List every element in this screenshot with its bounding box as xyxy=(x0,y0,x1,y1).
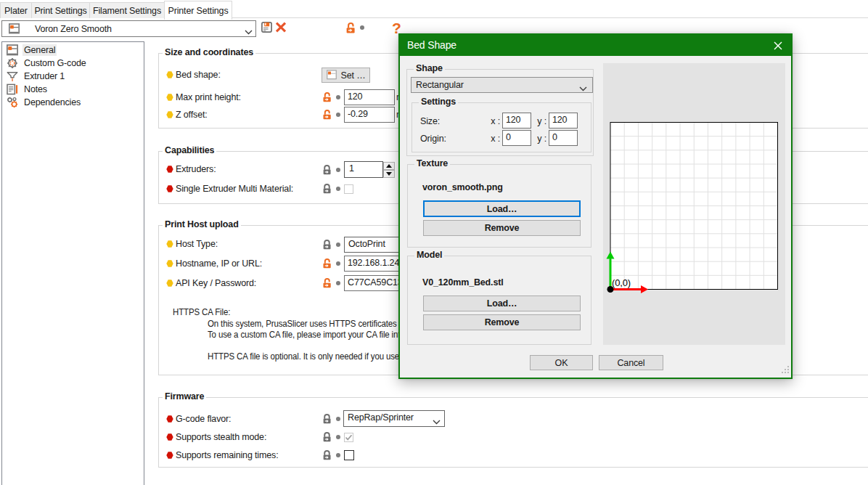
locked-icon[interactable] xyxy=(322,449,332,462)
save-preset-icon[interactable] xyxy=(261,22,272,35)
bed-shape-dialog: Bed Shape Shape Rectangular Settings Siz… xyxy=(398,33,793,379)
model-remove-button-label: Remove xyxy=(485,317,520,327)
bed-shape-set-button-label: Set … xyxy=(341,70,366,81)
cancel-button[interactable]: Cancel xyxy=(599,355,663,370)
group-model-title: Model xyxy=(414,250,444,260)
model-filename: V0_120mm_Bed.stl xyxy=(422,277,504,288)
texture-load-button[interactable]: Load… xyxy=(423,200,581,217)
extruders-label: Extruders: xyxy=(176,164,216,174)
supports-remaining-times-checkbox[interactable] xyxy=(344,450,354,460)
arrow-down-icon xyxy=(386,172,392,176)
tab-filament-settings[interactable]: Filament Settings xyxy=(89,2,165,18)
locked-icon[interactable] xyxy=(322,164,332,177)
tab-printer-settings-label: Printer Settings xyxy=(168,6,228,16)
unlocked-icon[interactable] xyxy=(322,277,332,290)
origin-y-value: 0 xyxy=(552,132,557,142)
tree-item-general[interactable]: General xyxy=(2,44,144,57)
tree-item-custom-gcode-label: Custom G-code xyxy=(22,57,88,69)
bed-preview-panel: (0,0) xyxy=(603,63,785,345)
size-y-value: 120 xyxy=(552,115,567,125)
size-y-input[interactable]: 120 xyxy=(549,113,578,129)
setting-dot xyxy=(336,187,340,191)
group-print-host-upload-title: Print Host upload xyxy=(163,219,241,229)
ok-button-label: OK xyxy=(555,358,568,368)
check-icon xyxy=(345,433,353,441)
setting-dot xyxy=(336,435,340,439)
group-shape-title: Shape xyxy=(414,63,445,73)
max-print-height-label: Max print height: xyxy=(176,92,241,102)
setting-dot xyxy=(336,281,340,285)
origin-y-input[interactable]: 0 xyxy=(549,130,578,146)
locked-icon[interactable] xyxy=(322,239,332,252)
shape-combobox[interactable]: Rectangular xyxy=(411,77,593,93)
size-x-input[interactable]: 120 xyxy=(502,113,531,129)
size-x-label: x : xyxy=(483,116,500,126)
tab-plater[interactable]: Plater xyxy=(0,2,32,18)
settings-category-tree: General Custom G-code xyxy=(1,41,144,485)
group-size-and-coordinates-title: Size and coordinates xyxy=(163,47,255,57)
z-offset-label: Z offset: xyxy=(176,110,208,120)
locked-icon[interactable] xyxy=(322,431,332,444)
setting-dot xyxy=(336,168,340,172)
tree-item-general-label: General xyxy=(22,44,57,56)
texture-load-button-label: Load… xyxy=(487,204,517,214)
extruders-input[interactable]: 1 xyxy=(344,161,383,178)
tab-printer-settings[interactable]: Printer Settings xyxy=(164,1,232,20)
gcode-flavor-combobox[interactable]: RepRap/Sprinter xyxy=(343,410,445,427)
z-offset-input[interactable]: -0.29 xyxy=(344,107,395,123)
setting-dot xyxy=(336,261,340,266)
resize-grip[interactable] xyxy=(781,365,790,376)
close-icon[interactable] xyxy=(771,38,785,53)
shape-value: Rectangular xyxy=(416,80,464,90)
model-load-button[interactable]: Load… xyxy=(423,296,581,311)
setting-dot xyxy=(336,242,340,247)
origin-x-label: x : xyxy=(483,134,500,144)
prusaslicer-window: Plater Print Settings Filament Settings … xyxy=(0,0,868,485)
bed-grid xyxy=(610,123,778,290)
z-offset-value: -0.29 xyxy=(348,109,368,119)
unlocked-icon[interactable] xyxy=(345,22,356,36)
unlocked-icon[interactable] xyxy=(322,91,332,105)
origin-label: Origin: xyxy=(420,134,446,144)
unlocked-icon[interactable] xyxy=(322,258,332,271)
unlocked-icon[interactable] xyxy=(322,109,332,122)
bed-shape-set-button[interactable]: Set … xyxy=(322,68,370,83)
tab-print-settings[interactable]: Print Settings xyxy=(31,2,90,18)
model-load-button-label: Load… xyxy=(487,298,517,309)
hostname-label: Hostname, IP or URL: xyxy=(176,258,262,269)
model-remove-button[interactable]: Remove xyxy=(423,314,581,330)
tab-filament-settings-label: Filament Settings xyxy=(93,6,161,16)
max-print-height-input[interactable]: 120 xyxy=(344,89,395,105)
supports-stealth-mode-checkbox[interactable] xyxy=(344,433,353,442)
delete-preset-icon[interactable] xyxy=(275,22,287,35)
hostname-value: 192.168.1.24 xyxy=(348,258,399,268)
supports-stealth-mode-label: Supports stealth mode: xyxy=(176,432,266,442)
tree-item-notes[interactable]: Notes xyxy=(2,83,144,96)
chevron-down-icon xyxy=(433,417,441,427)
origin-x-input[interactable]: 0 xyxy=(502,130,531,146)
host-type-label: Host Type: xyxy=(176,239,218,249)
gears-icon xyxy=(7,97,18,110)
spin-up-button[interactable] xyxy=(383,162,395,170)
extruders-value: 1 xyxy=(349,163,354,174)
printer-preset-combobox[interactable]: Voron Zero Smooth xyxy=(1,20,256,37)
dialog-titlebar[interactable]: Bed Shape xyxy=(400,35,791,56)
texture-filename: voron_smooth.png xyxy=(422,182,503,192)
locked-icon[interactable] xyxy=(322,183,332,196)
texture-remove-button[interactable]: Remove xyxy=(423,220,581,236)
ok-button[interactable]: OK xyxy=(530,355,593,370)
single-extruder-multi-material-checkbox[interactable] xyxy=(344,184,353,194)
chevron-down-icon xyxy=(245,27,253,37)
single-extruder-multi-material-label: Single Extruder Multi Material: xyxy=(176,184,293,194)
tree-item-dependencies[interactable]: Dependencies xyxy=(2,96,144,109)
tree-item-notes-label: Notes xyxy=(22,83,49,95)
spin-down-button[interactable] xyxy=(383,170,395,178)
origin-y-label: y : xyxy=(530,134,546,144)
locked-icon[interactable] xyxy=(322,413,332,426)
size-label: Size: xyxy=(420,116,440,126)
tree-item-extruder-1[interactable]: Extruder 1 xyxy=(2,70,144,83)
max-print-height-value: 120 xyxy=(348,91,362,102)
preset-modified-dot xyxy=(360,25,364,30)
size-y-label: y : xyxy=(530,116,546,126)
tree-item-custom-gcode[interactable]: Custom G-code xyxy=(2,57,144,70)
